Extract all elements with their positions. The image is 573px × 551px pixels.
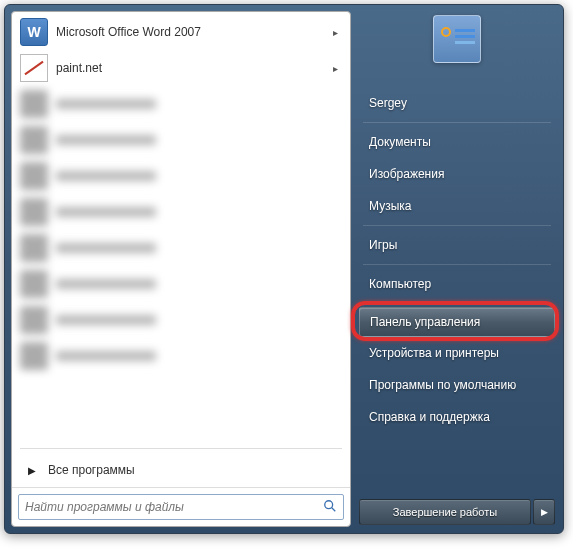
program-item[interactable] bbox=[14, 122, 348, 158]
program-item[interactable] bbox=[14, 230, 348, 266]
shutdown-options-button[interactable]: ▶ bbox=[533, 499, 555, 525]
program-label bbox=[56, 279, 156, 289]
app-icon bbox=[20, 90, 48, 118]
separator bbox=[363, 264, 551, 265]
all-programs-arrow-icon: ▶ bbox=[28, 465, 36, 476]
right-item[interactable]: Устройства и принтеры bbox=[359, 337, 555, 369]
program-label bbox=[56, 171, 156, 181]
separator bbox=[363, 225, 551, 226]
right-item[interactable]: Изображения bbox=[359, 158, 555, 190]
svg-line-1 bbox=[332, 507, 336, 511]
right-item-label: Компьютер bbox=[369, 277, 431, 291]
program-label: paint.net bbox=[56, 61, 102, 75]
svg-point-0 bbox=[325, 500, 333, 508]
shutdown-row: Завершение работы ▶ bbox=[359, 499, 555, 525]
shutdown-label: Завершение работы bbox=[393, 506, 497, 518]
program-item[interactable] bbox=[14, 86, 348, 122]
app-icon bbox=[20, 198, 48, 226]
left-panel: WMicrosoft Office Word 2007paint.net ▶ В… bbox=[11, 11, 351, 527]
right-item[interactable]: Документы bbox=[359, 126, 555, 158]
word-icon: W bbox=[20, 18, 48, 46]
program-label bbox=[56, 135, 156, 145]
program-label bbox=[56, 351, 156, 361]
separator bbox=[363, 303, 551, 304]
app-icon bbox=[20, 126, 48, 154]
program-item[interactable] bbox=[14, 338, 348, 374]
shutdown-button[interactable]: Завершение работы bbox=[359, 499, 531, 525]
program-item[interactable] bbox=[14, 194, 348, 230]
right-item[interactable]: Панель управления bbox=[359, 307, 555, 337]
search-box[interactable] bbox=[18, 494, 344, 520]
search-input[interactable] bbox=[25, 500, 323, 514]
app-icon bbox=[20, 306, 48, 334]
search-area bbox=[12, 487, 350, 526]
app-icon bbox=[20, 234, 48, 262]
right-item-label: Программы по умолчанию bbox=[369, 378, 516, 392]
program-label bbox=[56, 99, 156, 109]
avatar-area bbox=[359, 15, 555, 87]
right-item[interactable]: Музыка bbox=[359, 190, 555, 222]
program-label bbox=[56, 315, 156, 325]
right-item[interactable]: Программы по умолчанию bbox=[359, 369, 555, 401]
right-items-list: SergeyДокументыИзображенияМузыкаИгрыКомп… bbox=[359, 87, 555, 495]
right-panel: SergeyДокументыИзображенияМузыкаИгрыКомп… bbox=[351, 5, 563, 533]
search-icon[interactable] bbox=[323, 499, 337, 516]
right-item-label: Sergey bbox=[369, 96, 407, 110]
right-item-label: Панель управления bbox=[370, 315, 480, 329]
app-icon bbox=[20, 162, 48, 190]
program-label bbox=[56, 243, 156, 253]
app-icon bbox=[20, 270, 48, 298]
paint-icon bbox=[20, 54, 48, 82]
control-panel-icon bbox=[439, 25, 475, 53]
all-programs-label: Все программы bbox=[48, 463, 135, 477]
right-item-label: Игры bbox=[369, 238, 397, 252]
app-icon bbox=[20, 342, 48, 370]
right-item-label: Музыка bbox=[369, 199, 411, 213]
right-item[interactable]: Игры bbox=[359, 229, 555, 261]
right-item-label: Устройства и принтеры bbox=[369, 346, 499, 360]
right-item-label: Изображения bbox=[369, 167, 444, 181]
programs-list: WMicrosoft Office Word 2007paint.net bbox=[12, 12, 350, 444]
start-menu: WMicrosoft Office Word 2007paint.net ▶ В… bbox=[4, 4, 564, 534]
program-label bbox=[56, 207, 156, 217]
program-item[interactable]: paint.net bbox=[14, 50, 348, 86]
right-item-label: Документы bbox=[369, 135, 431, 149]
separator bbox=[363, 122, 551, 123]
program-item[interactable] bbox=[14, 266, 348, 302]
right-item[interactable]: Sergey bbox=[359, 87, 555, 119]
right-item-label: Справка и поддержка bbox=[369, 410, 490, 424]
program-item[interactable] bbox=[14, 302, 348, 338]
all-programs-button[interactable]: ▶ Все программы bbox=[14, 453, 348, 487]
right-item[interactable]: Компьютер bbox=[359, 268, 555, 300]
program-item[interactable]: WMicrosoft Office Word 2007 bbox=[14, 14, 348, 50]
divider bbox=[20, 448, 342, 449]
right-item[interactable]: Справка и поддержка bbox=[359, 401, 555, 433]
user-avatar[interactable] bbox=[433, 15, 481, 63]
program-label: Microsoft Office Word 2007 bbox=[56, 25, 201, 39]
program-item[interactable] bbox=[14, 158, 348, 194]
